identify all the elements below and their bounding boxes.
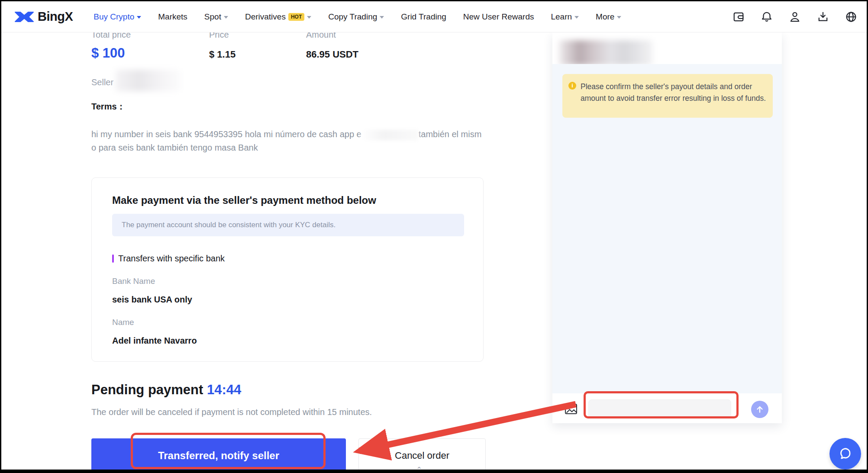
customer-support-button[interactable] — [829, 438, 861, 470]
name-label: Name — [112, 318, 134, 327]
terms-label: Terms： — [91, 101, 126, 113]
seller-label: Seller — [91, 77, 113, 87]
bingx-page: BingX Buy Crypto Markets Spot Derivative… — [1, 1, 867, 470]
wallet-icon[interactable] — [732, 11, 745, 23]
terms-text: hi my number in seis bank 9544953395 hol… — [91, 128, 481, 154]
chat-warning-banner: i Please confirm the seller's payout det… — [562, 74, 773, 118]
send-message-button[interactable] — [751, 401, 768, 418]
nav-item-more[interactable]: More — [596, 12, 621, 22]
chevron-down-icon — [224, 16, 228, 19]
seller-name-redacted — [116, 70, 181, 91]
payment-method-card: Make payment via the seller's payment me… — [91, 177, 484, 362]
method-label: Transfers with specific bank — [118, 254, 225, 264]
hot-badge: HOT — [288, 13, 304, 21]
nav-item-derivatives[interactable]: Derivatives HOT — [245, 12, 311, 22]
redacted-text-blur — [361, 130, 419, 140]
bingx-logo-icon — [14, 8, 34, 26]
payment-method-header: Transfers with specific bank — [112, 254, 225, 264]
download-icon[interactable] — [817, 11, 829, 23]
chevron-down-icon — [617, 16, 621, 19]
nav-item-spot[interactable]: Spot — [204, 12, 228, 22]
chat-message-input[interactable] — [588, 399, 731, 418]
bingx-logo[interactable]: BingX — [14, 8, 73, 26]
pending-payment-title: Pending payment 14:44 — [91, 382, 241, 398]
chevron-down-icon — [574, 16, 579, 19]
chevron-down-icon — [380, 16, 384, 19]
chat-header — [552, 32, 782, 64]
pending-payment-note: The order will be canceled if payment is… — [91, 407, 372, 417]
kyc-notice-banner: The payment account should be consistent… — [112, 214, 464, 236]
chat-warning-text: Please confirm the seller's payout detai… — [581, 81, 767, 118]
name-value: Adel infante Navarro — [112, 336, 197, 346]
globe-icon[interactable] — [845, 11, 857, 23]
total-price-value: $ 100 — [91, 45, 125, 61]
nav-item-new-user-rewards[interactable]: New User Rewards — [463, 12, 534, 22]
chevron-down-icon — [137, 16, 141, 19]
counterparty-name-redacted — [559, 40, 652, 65]
payment-card-title: Make payment via the seller's payment me… — [112, 194, 376, 206]
nav-item-copy-trading[interactable]: Copy Trading — [328, 12, 384, 22]
top-nav: BingX Buy Crypto Markets Spot Derivative… — [1, 1, 867, 32]
collapsed-section-caret: ⌃ — [416, 465, 422, 470]
chat-panel: i Please confirm the seller's payout det… — [552, 32, 782, 423]
info-icon: i — [568, 82, 576, 90]
countdown-timer: 14:44 — [207, 382, 241, 397]
chevron-down-icon — [307, 16, 311, 19]
user-icon[interactable] — [789, 11, 801, 23]
send-arrow-icon — [755, 405, 764, 414]
nav-item-grid-trading[interactable]: Grid Trading — [401, 12, 446, 22]
nav-menu: Buy Crypto Markets Spot Derivatives HOT … — [94, 12, 621, 22]
nav-item-markets[interactable]: Markets — [158, 12, 187, 22]
nav-item-buy-crypto[interactable]: Buy Crypto — [94, 12, 141, 22]
attach-image-icon[interactable] — [564, 402, 578, 416]
nav-item-learn[interactable]: Learn — [551, 12, 579, 22]
chat-input-row — [552, 393, 782, 423]
chat-bubble-icon — [837, 446, 854, 462]
price-value: $ 1.15 — [209, 49, 236, 60]
chat-message-area: i Please confirm the seller's payout det… — [552, 64, 782, 393]
method-accent-bar — [112, 254, 114, 263]
brand-name: BingX — [38, 10, 73, 24]
transferred-notify-seller-button[interactable]: Transferred, notify seller — [91, 438, 346, 470]
screenshot-frame: BingX Buy Crypto Markets Spot Derivative… — [0, 0, 868, 473]
bank-name-label: Bank Name — [112, 277, 155, 286]
nav-icon-group — [732, 1, 857, 32]
amount-value: 86.95 USDT — [306, 49, 358, 60]
bank-name-value: seis bank USA only — [112, 295, 192, 305]
bell-icon[interactable] — [761, 11, 773, 23]
